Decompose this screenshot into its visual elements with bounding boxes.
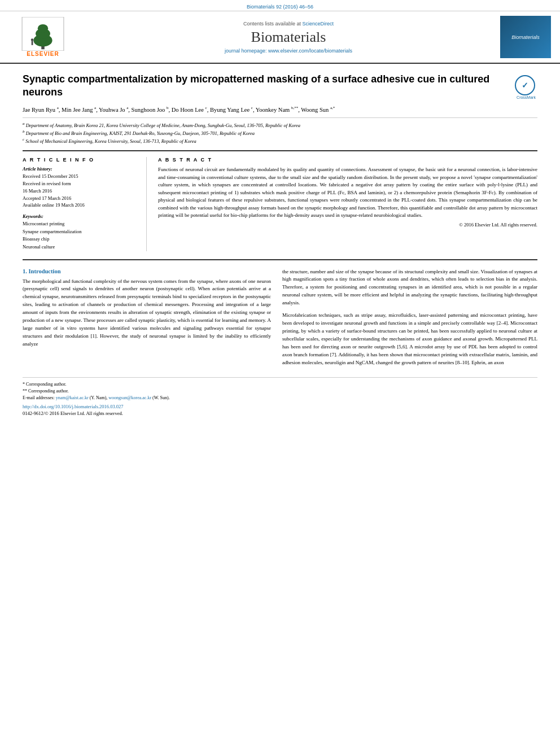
keyword-3: Bioassay chip xyxy=(23,235,139,243)
rights-line: 0142-9612/© 2016 Elsevier Ltd. All right… xyxy=(23,410,537,416)
abstract-col: A B S T R A C T Functions of neuronal ci… xyxy=(158,157,537,251)
section-divider xyxy=(23,259,537,260)
received-date: Received 15 December 2015 xyxy=(23,173,139,180)
keywords-section: Keywords: Microcontact printing Synapse … xyxy=(23,213,139,251)
footnote-star: * Corresponding author. xyxy=(23,381,537,388)
journal-homepage: journal homepage: www.elsevier.com/locat… xyxy=(77,48,500,54)
keyword-1: Microcontact printing xyxy=(23,220,139,228)
elsevier-logo: ELSEVIER xyxy=(9,17,77,57)
article-info-abstract-section: A R T I C L E I N F O Article history: R… xyxy=(23,150,537,251)
homepage-url[interactable]: www.elsevier.com/locate/biomaterials xyxy=(268,48,352,54)
revised-date: 16 March 2016 xyxy=(23,187,139,195)
crossmark-icon: ✓ xyxy=(515,75,535,95)
affiliation-c: c School of Mechanical Engineering, Kore… xyxy=(23,137,537,145)
elsevier-tree-icon xyxy=(20,17,65,51)
main-content: Synaptic compartmentalization by micropa… xyxy=(0,64,560,422)
biomaterials-logo-box: Biomaterials xyxy=(500,16,551,58)
crossmark-badge: ✓ CrossMark xyxy=(515,75,537,99)
accepted-date: Accepted 17 March 2016 xyxy=(23,195,139,202)
journal-center-info: Contents lists available at ScienceDirec… xyxy=(77,21,500,54)
email-link-woong[interactable]: woongsun@korea.ac.kr xyxy=(108,395,151,400)
introduction-right-para2: Microfabrication techniques, such as str… xyxy=(282,312,537,367)
article-title: Synaptic compartmentalization by micropa… xyxy=(23,73,509,99)
journal-banner: ELSEVIER Contents lists available at Sci… xyxy=(0,11,560,64)
elsevier-brand-text: ELSEVIER xyxy=(27,51,59,57)
article-info-col: A R T I C L E I N F O Article history: R… xyxy=(23,157,147,251)
email-link-ynam[interactable]: ynam@kaist.ac.kr xyxy=(56,395,89,400)
footnote-email: E-mail addresses: ynam@kaist.ac.kr (Y. N… xyxy=(23,395,537,401)
footer-section: * Corresponding author. ** Corresponding… xyxy=(23,377,537,416)
article-info-heading: A R T I C L E I N F O xyxy=(23,157,139,163)
authors-line: Jae Ryun Ryu a, Min Jee Jang a, Youhwa J… xyxy=(23,105,537,114)
introduction-right-para1: the structure, number and size of the sy… xyxy=(282,268,537,308)
introduction-title: 1. Introduction xyxy=(23,268,271,274)
history-label: Article history: xyxy=(23,166,139,172)
keyword-4: Neuronal culture xyxy=(23,243,139,251)
body-col-right: the structure, number and size of the sy… xyxy=(282,268,537,372)
abstract-heading: A B S T R A C T xyxy=(158,157,537,163)
svg-rect-4 xyxy=(32,41,33,45)
science-direct-line: Contents lists available at ScienceDirec… xyxy=(77,21,500,27)
keyword-2: Synapse compartmentalization xyxy=(23,228,139,236)
keywords-label: Keywords: xyxy=(23,213,139,219)
body-two-col: 1. Introduction The morphological and fu… xyxy=(23,268,537,372)
crossmark-label: CrossMark xyxy=(515,95,537,99)
journal-title: Biomaterials xyxy=(77,29,500,46)
journal-header: Biomaterials 92 (2016) 46–56 xyxy=(0,0,560,11)
affiliations-section: a Department of Anatomy, Brain Korea 21,… xyxy=(23,117,537,145)
svg-point-5 xyxy=(31,38,34,41)
copyright-line: © 2016 Elsevier Ltd. All rights reserved… xyxy=(158,222,537,228)
journal-ref: Biomaterials 92 (2016) 46–56 xyxy=(247,4,313,10)
science-direct-link-text[interactable]: ScienceDirect xyxy=(303,21,334,27)
abstract-text: Functions of neuronal circuit are fundam… xyxy=(158,166,537,220)
svg-point-3 xyxy=(38,24,48,33)
footnote-double-star: ** Corresponding author. xyxy=(23,388,537,395)
article-history-group: Article history: Received 15 December 20… xyxy=(23,166,139,209)
body-col-left: 1. Introduction The morphological and fu… xyxy=(23,268,271,372)
doi-line[interactable]: http://dx.doi.org/10.1016/j.biomaterials… xyxy=(23,404,537,409)
online-date: Available online 19 March 2016 xyxy=(23,202,139,209)
page-container: Biomaterials 92 (2016) 46–56 ELSEVIER xyxy=(0,0,560,422)
revised-label: Received in revised form xyxy=(23,180,139,187)
affiliation-a: a Department of Anatomy, Brain Korea 21,… xyxy=(23,121,537,129)
affiliation-b: b Department of Bio and Brain Engineerin… xyxy=(23,129,537,137)
article-title-section: Synaptic compartmentalization by micropa… xyxy=(23,73,537,99)
introduction-left-para1: The morphological and functional complex… xyxy=(23,278,271,348)
